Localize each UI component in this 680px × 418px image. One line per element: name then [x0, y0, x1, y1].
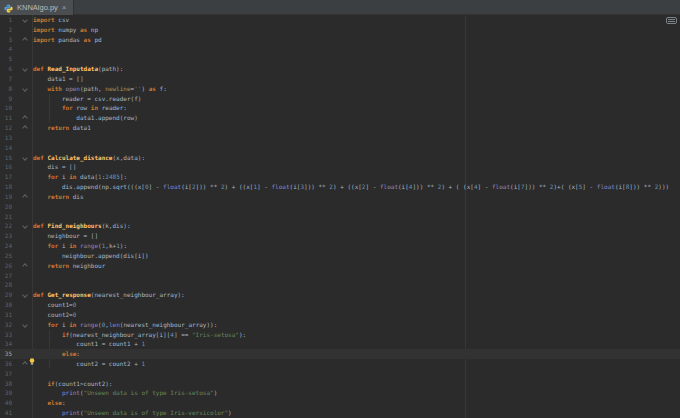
code-line[interactable]: 18 dis.append(np.sqrt(((x[0] - float(i[2… — [0, 182, 680, 192]
line-number[interactable]: 26 — [0, 261, 12, 271]
line-number[interactable]: 13 — [0, 133, 12, 143]
line-number[interactable]: 24 — [0, 241, 12, 251]
line-number[interactable]: 32 — [0, 320, 12, 330]
line-number[interactable]: 1 — [0, 15, 12, 25]
line-number[interactable]: 39 — [0, 388, 12, 398]
line-number[interactable]: 14 — [0, 143, 12, 153]
code-line[interactable]: 14 — [0, 143, 680, 153]
code-text: neighbour.append(dis[i]) — [31, 251, 149, 261]
code-line[interactable]: 24 for i in range(1,k+1): — [0, 241, 680, 251]
line-number[interactable]: 16 — [0, 162, 12, 172]
code-line[interactable]: 3import pandas as pd — [0, 35, 680, 45]
intention-bulb-icon[interactable] — [29, 350, 35, 357]
line-number[interactable]: 33 — [0, 330, 12, 340]
code-line[interactable]: 22def Find_neighbours(k,dis): — [0, 221, 680, 231]
line-number[interactable]: 18 — [0, 182, 12, 192]
line-number[interactable]: 40 — [0, 398, 12, 408]
code-line[interactable]: 26 return neighbour — [0, 261, 680, 271]
line-number[interactable]: 9 — [0, 94, 12, 104]
fold-down-icon[interactable] — [12, 15, 31, 25]
code-line[interactable]: 6def Read_Inputdata(path): — [0, 64, 680, 74]
code-line[interactable]: 10 for row in reader: — [0, 103, 680, 113]
fold-up-icon[interactable] — [12, 113, 31, 123]
code-line[interactable]: 32 for i in range(0,len(nearest_neighbou… — [0, 320, 680, 330]
fold-up-icon[interactable] — [12, 192, 31, 202]
line-number[interactable]: 4 — [0, 44, 12, 54]
code-line[interactable]: 28 — [0, 280, 680, 290]
fold-down-icon[interactable] — [12, 221, 31, 231]
code-line[interactable]: 11 data1.append(row) — [0, 113, 680, 123]
line-number[interactable]: 36 — [0, 359, 12, 369]
line-number[interactable]: 11 — [0, 113, 12, 123]
line-number[interactable]: 31 — [0, 310, 12, 320]
code-line[interactable]: 39 print("Unseen data is of type Iris-se… — [0, 388, 680, 398]
line-number[interactable]: 35 — [0, 349, 12, 359]
code-line[interactable]: 25 neighbour.append(dis[i]) — [0, 251, 680, 261]
code-line[interactable]: 33 if(nearest_neighbour_array[i][4] == "… — [0, 330, 680, 340]
code-line[interactable]: 19 return dis — [0, 192, 680, 202]
line-number[interactable]: 6 — [0, 64, 12, 74]
line-number[interactable]: 3 — [0, 35, 12, 45]
line-number[interactable]: 7 — [0, 74, 12, 84]
line-number[interactable]: 5 — [0, 54, 12, 64]
line-number[interactable]: 17 — [0, 172, 12, 182]
fold-down-icon[interactable] — [12, 153, 31, 163]
code-line[interactable]: 2import numpy as np — [0, 25, 680, 35]
line-number[interactable]: 23 — [0, 231, 12, 241]
code-line[interactable]: 20 — [0, 202, 680, 212]
code-line[interactable]: 36 count2 = count2 + 1 — [0, 359, 680, 369]
code-editor[interactable]: 1import csv2import numpy as np3import pa… — [0, 15, 680, 418]
line-number[interactable]: 28 — [0, 280, 12, 290]
code-line[interactable]: 8 with open(path, newline='') as f: — [0, 84, 680, 94]
code-line[interactable]: 29def Get_response(nearest_neighbour_arr… — [0, 290, 680, 300]
line-number[interactable]: 10 — [0, 103, 12, 113]
code-line[interactable]: 27 — [0, 271, 680, 281]
code-line[interactable]: 12 return data1 — [0, 123, 680, 133]
code-line[interactable]: 38 if(count1>count2): — [0, 379, 680, 389]
code-text: def Find_neighbours(k,dis): — [31, 221, 131, 231]
line-number[interactable]: 29 — [0, 290, 12, 300]
fold-down-icon[interactable] — [12, 320, 31, 330]
code-line[interactable]: 5 — [0, 54, 680, 64]
line-number[interactable]: 37 — [0, 369, 12, 379]
tab-close-icon[interactable]: × — [62, 5, 67, 11]
code-line[interactable]: 16 dis = [] — [0, 162, 680, 172]
fold-down-icon[interactable] — [12, 84, 31, 94]
line-number[interactable]: 41 — [0, 408, 12, 418]
line-number[interactable]: 22 — [0, 221, 12, 231]
code-line[interactable]: 30 count1=0 — [0, 300, 680, 310]
code-line[interactable]: 34 count1 = count1 + 1 — [0, 339, 680, 349]
fold-up-icon[interactable] — [12, 261, 31, 271]
code-line[interactable]: 37 — [0, 369, 680, 379]
line-number[interactable]: 12 — [0, 123, 12, 133]
code-line[interactable]: 15def Calculate_distance(x,data): — [0, 153, 680, 163]
line-number[interactable]: 30 — [0, 300, 12, 310]
tab-knnalgo[interactable]: KNNAlgo.py × — [0, 0, 74, 15]
line-number[interactable]: 38 — [0, 379, 12, 389]
code-line[interactable]: 40 else: — [0, 398, 680, 408]
code-line[interactable]: 41 print("Unseen data is of type Iris-ve… — [0, 408, 680, 418]
line-number[interactable]: 34 — [0, 339, 12, 349]
line-number[interactable]: 2 — [0, 25, 12, 35]
fold-down-icon[interactable] — [12, 64, 31, 74]
line-number[interactable]: 27 — [0, 271, 12, 281]
code-line[interactable]: 31 count2=0 — [0, 310, 680, 320]
code-line[interactable]: 13 — [0, 133, 680, 143]
fold-down-icon[interactable] — [12, 290, 31, 300]
code-line[interactable]: 4 — [0, 44, 680, 54]
line-number[interactable]: 8 — [0, 84, 12, 94]
line-number[interactable]: 19 — [0, 192, 12, 202]
code-line[interactable]: 7 data1 = [] — [0, 74, 680, 84]
code-line[interactable]: 9 reader = csv.reader(f) — [0, 94, 680, 104]
line-number[interactable]: 20 — [0, 202, 12, 212]
code-line[interactable]: 21 — [0, 212, 680, 222]
code-line[interactable]: 17 for i in data[1:2485]: — [0, 172, 680, 182]
fold-up-icon[interactable] — [12, 123, 31, 133]
code-line[interactable]: 1import csv — [0, 15, 680, 25]
line-number[interactable]: 15 — [0, 153, 12, 163]
code-line[interactable]: 23 neighbour = [] — [0, 231, 680, 241]
line-number[interactable]: 21 — [0, 212, 12, 222]
code-line[interactable]: 35 else: — [0, 349, 680, 359]
fold-up-icon[interactable] — [12, 35, 31, 45]
line-number[interactable]: 25 — [0, 251, 12, 261]
